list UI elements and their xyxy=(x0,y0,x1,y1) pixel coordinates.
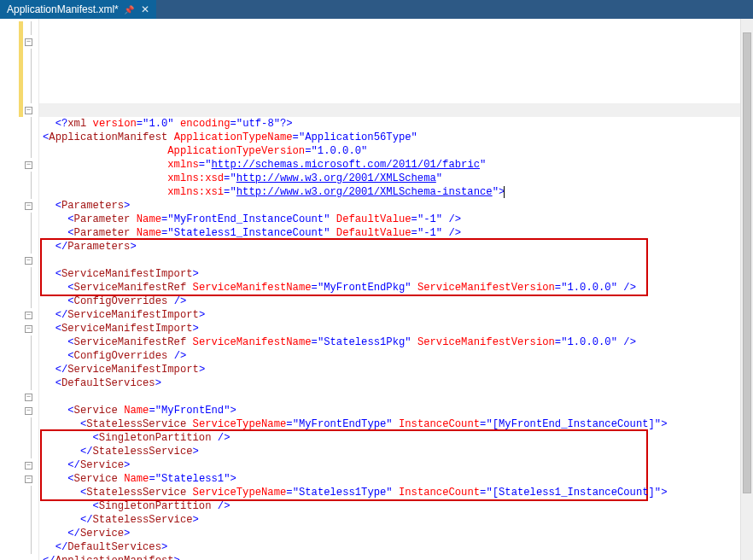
outline-toggle[interactable]: − xyxy=(25,38,32,46)
gutter-row xyxy=(0,335,38,349)
editor-body[interactable]: −−−−−−−−−−− <?xml version="1.0" encoding… xyxy=(0,19,753,560)
gutter-row xyxy=(0,117,38,131)
outline-guide xyxy=(31,445,32,458)
gutter-row xyxy=(0,90,38,103)
outline-guide xyxy=(31,76,32,90)
outline-guide xyxy=(31,431,32,445)
gutter-row xyxy=(0,185,38,199)
gutter-row xyxy=(0,363,38,376)
gutter-row: − xyxy=(0,103,38,117)
outline-toggle[interactable]: − xyxy=(25,394,32,401)
outline-guide xyxy=(31,172,32,185)
outline-guide xyxy=(31,363,32,376)
outline-guide xyxy=(31,117,32,131)
gutter-row xyxy=(0,226,38,240)
outline-guide xyxy=(31,226,32,240)
outline-toggle[interactable]: − xyxy=(25,407,32,415)
outline-guide xyxy=(31,349,32,363)
gutter-row xyxy=(0,213,38,226)
outline-guide xyxy=(31,90,32,103)
outline-guide xyxy=(31,131,32,144)
outline-toggle[interactable]: − xyxy=(25,325,32,333)
gutter-row xyxy=(0,49,38,62)
outline-toggle[interactable]: − xyxy=(25,475,32,483)
gutter-row xyxy=(0,281,38,295)
outline-guide xyxy=(31,21,32,35)
gutter-row xyxy=(0,62,38,76)
outline-guide xyxy=(31,376,32,390)
outline-toggle[interactable]: − xyxy=(25,107,32,114)
gutter-row: − xyxy=(0,404,38,417)
gutter-row xyxy=(0,172,38,185)
outline-toggle[interactable]: − xyxy=(25,312,32,319)
gutter-row xyxy=(0,499,38,513)
gutter-row: − xyxy=(0,390,38,404)
gutter-row xyxy=(0,431,38,445)
gutter-row: − xyxy=(0,458,38,472)
outline-guide xyxy=(31,240,32,254)
gutter-row xyxy=(0,445,38,458)
pin-icon[interactable]: 📌 xyxy=(124,5,134,15)
editor-root: ApplicationManifest.xml* 📌 ✕ −−−−−−−−−−−… xyxy=(0,0,753,560)
gutter-row xyxy=(0,349,38,363)
outline-guide xyxy=(31,335,32,349)
gutter-row xyxy=(0,376,38,390)
outline-toggle[interactable]: − xyxy=(25,257,32,265)
code-area[interactable]: <?xml version="1.0" encoding="utf-8"?><A… xyxy=(39,19,753,560)
gutter-row: − xyxy=(0,254,38,267)
gutter-row: − xyxy=(0,199,38,213)
gutter-row: − xyxy=(0,472,38,486)
gutter-row: − xyxy=(0,35,38,49)
outline-guide xyxy=(31,295,32,308)
gutter-row xyxy=(0,540,38,554)
gutter: −−−−−−−−−−− xyxy=(0,19,39,560)
gutter-row xyxy=(0,240,38,254)
outline-guide xyxy=(31,527,32,540)
outline-toggle[interactable]: − xyxy=(25,161,32,169)
outline-guide xyxy=(31,62,32,76)
outline-guide xyxy=(31,144,32,158)
gutter-row xyxy=(0,295,38,308)
gutter-row xyxy=(0,76,38,90)
outline-guide xyxy=(31,267,32,281)
current-line-highlight xyxy=(39,103,753,117)
gutter-row xyxy=(0,417,38,431)
outline-guide xyxy=(31,540,32,554)
gutter-row xyxy=(0,486,38,499)
gutter-row xyxy=(0,21,38,35)
outline-guide xyxy=(31,513,32,527)
gutter-row xyxy=(0,144,38,158)
outline-toggle[interactable]: − xyxy=(25,462,32,470)
gutter-row xyxy=(0,267,38,281)
gutter-row: − xyxy=(0,308,38,322)
tab-title: ApplicationManifest.xml* xyxy=(7,3,119,15)
outline-guide xyxy=(31,213,32,226)
outline-guide xyxy=(31,499,32,513)
close-icon[interactable]: ✕ xyxy=(139,3,151,15)
gutter-row: − xyxy=(0,158,38,172)
outline-guide xyxy=(31,49,32,62)
gutter-row: − xyxy=(0,322,38,335)
gutter-row xyxy=(0,527,38,540)
gutter-row xyxy=(0,513,38,527)
outline-guide xyxy=(31,185,32,199)
outline-toggle[interactable]: − xyxy=(25,202,32,210)
outline-guide xyxy=(31,281,32,295)
gutter-row xyxy=(0,131,38,144)
outline-guide xyxy=(31,486,32,499)
tab-strip: ApplicationManifest.xml* 📌 ✕ xyxy=(0,0,753,19)
file-tab[interactable]: ApplicationManifest.xml* 📌 ✕ xyxy=(0,0,156,19)
outline-guide xyxy=(31,417,32,431)
